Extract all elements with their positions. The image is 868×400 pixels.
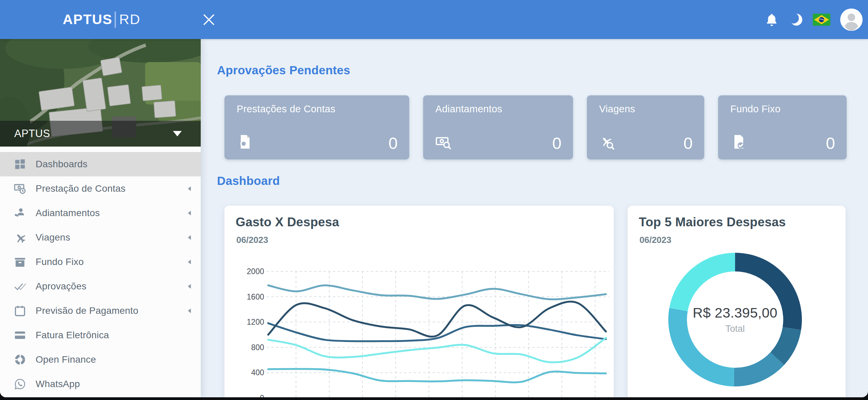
donut-slice-5 [669,253,735,311]
summary-card-prestacoes-de-contas[interactable]: Prestações de Contas0 [224,95,409,159]
summary-cards-row: Prestações de Contas0Adiantamentos0Viage… [224,95,847,159]
money-clock-icon [14,182,26,195]
sidebar-item-aprovacoes[interactable]: Aprovações [0,274,201,299]
line-chart-subtitle: 06/2023 [236,235,268,245]
sidebar-item-previsao-de-pagamento[interactable]: Previsão de Pagamento [0,299,201,323]
y-axis-tick-label: 2000 [247,267,264,276]
donut-chart-card: Top 5 Maiores Despesas 06/2023 R$ 23.395… [628,206,846,397]
main-content: Aprovações Pendentes Prestações de Conta… [201,39,868,397]
summary-card-title: Adiantamentos [435,103,502,115]
donut-slice-4 [668,308,734,386]
donut-icon [14,353,26,366]
sidebar-item-label: Fatura Eletrônica [36,330,109,341]
donut-chart-subtitle: 06/2023 [639,235,671,245]
close-icon [201,12,217,28]
y-axis-tick-label: 1200 [247,318,264,326]
sidebar-item-viagens[interactable]: Viagens [0,225,201,250]
donut-chart [628,246,846,397]
line-chart: 2000160012008004000 [238,261,611,397]
plane-search-icon [599,134,615,150]
line-series-4 [268,338,606,362]
chevron-left-icon [187,283,192,289]
dashboard-title: Dashboard [217,174,280,188]
app-logo: APTUS RD [63,0,141,39]
sidebar-item-prestacao-de-contas[interactable]: Prestação de Contas [0,176,201,201]
sidebar-item-adiantamentos[interactable]: Adiantamentos [0,201,201,225]
sidebar-item-dashboards[interactable]: Dashboards [0,152,201,176]
close-sidebar-button[interactable] [201,12,217,28]
sidebar-item-label: Prestação de Contas [36,183,125,194]
summary-card-viagens[interactable]: Viagens0 [587,95,704,159]
line-series-3 [268,323,606,341]
summary-card-value: 0 [552,134,561,153]
top-bar: APTUS RD [0,0,868,39]
user-menu[interactable] [840,8,863,31]
user-avatar [840,8,863,31]
chevron-down-icon [173,131,182,136]
sidebar-item-label: Previsão de Pagamento [36,305,138,316]
line-series-5 [268,369,606,382]
brazil-flag-icon [813,14,830,26]
sidebar-item-label: Open Finance [36,354,96,365]
chevron-left-icon [187,186,192,192]
app-window: APTUS RD [0,0,868,397]
logo-secondary-text: RD [119,12,140,27]
y-axis-tick-label: 0 [260,394,264,397]
bell-icon [765,13,779,27]
hand-user-icon [14,207,26,220]
line-series-1 [268,285,606,299]
sidebar-item-label: WhatsApp [36,379,80,389]
chevron-left-icon [187,259,192,265]
donut-chart-title: Top 5 Maiores Despesas [639,215,786,229]
sidebar-item-label: Aprovações [36,281,86,292]
summary-card-title: Prestações de Contas [237,103,335,115]
sidebar-item-label: Fundo Fixo [36,256,84,267]
logo-primary-text: APTUS [63,12,112,27]
sidebar-menu: DashboardsPrestação de ContasAdiantament… [0,152,201,396]
summary-card-title: Viagens [599,103,635,115]
whatsapp-icon [14,378,26,391]
double-check-icon [14,280,26,293]
dark-mode-toggle[interactable] [789,13,803,27]
language-selector[interactable] [813,14,830,26]
moon-icon [789,13,803,27]
sidebar-item-label: Dashboards [36,159,87,170]
summary-card-fundo-fixo[interactable]: Fundo Fixo0 [718,95,847,159]
sidebar: APTUS DashboardsPrestação de ContasAdian… [0,39,201,397]
line-chart-title: Gasto X Despesa [236,215,339,229]
sidebar-item-fundo-fixo[interactable]: Fundo Fixo [0,250,201,274]
company-photo: APTUS [0,39,201,147]
sidebar-item-open-finance[interactable]: Open Finance [0,347,201,372]
calendar-icon [14,304,26,317]
chevron-left-icon [187,210,192,216]
money-search-icon [435,134,452,150]
y-axis-tick-label: 400 [251,368,264,377]
dashboard-icon [14,158,26,171]
sidebar-item-label: Adiantamentos [36,208,100,218]
y-axis-tick-label: 1600 [247,292,264,301]
company-selector[interactable]: APTUS [0,121,201,147]
chevron-left-icon [187,308,192,314]
chevron-left-icon [187,234,192,241]
credit-card-icon [14,329,26,342]
summary-card-value: 0 [684,134,693,153]
plane-icon [14,231,26,244]
header-actions [765,0,863,39]
charts-row: Gasto X Despesa 06/2023 2000160012008004… [224,206,846,397]
archive-box-icon [14,255,26,268]
summary-card-value: 0 [389,134,398,153]
summary-card-adiantamentos[interactable]: Adiantamentos0 [423,95,573,159]
pending-approvals-title: Aprovações Pendentes [217,63,350,77]
sidebar-item-fatura-eletronica[interactable]: Fatura Eletrônica [0,323,201,347]
company-name: APTUS [14,128,50,140]
logo-separator [115,12,116,28]
notifications-button[interactable] [765,13,779,27]
sidebar-item-whatsapp[interactable]: WhatsApp [0,372,201,396]
donut-slice-1 [735,253,802,330]
y-axis-tick-label: 800 [251,343,264,352]
line-chart-card: Gasto X Despesa 06/2023 2000160012008004… [224,206,614,397]
document-check-icon [730,134,747,150]
document-search-icon [237,134,253,150]
summary-card-title: Fundo Fixo [730,103,781,115]
sidebar-item-label: Viagens [36,232,70,243]
